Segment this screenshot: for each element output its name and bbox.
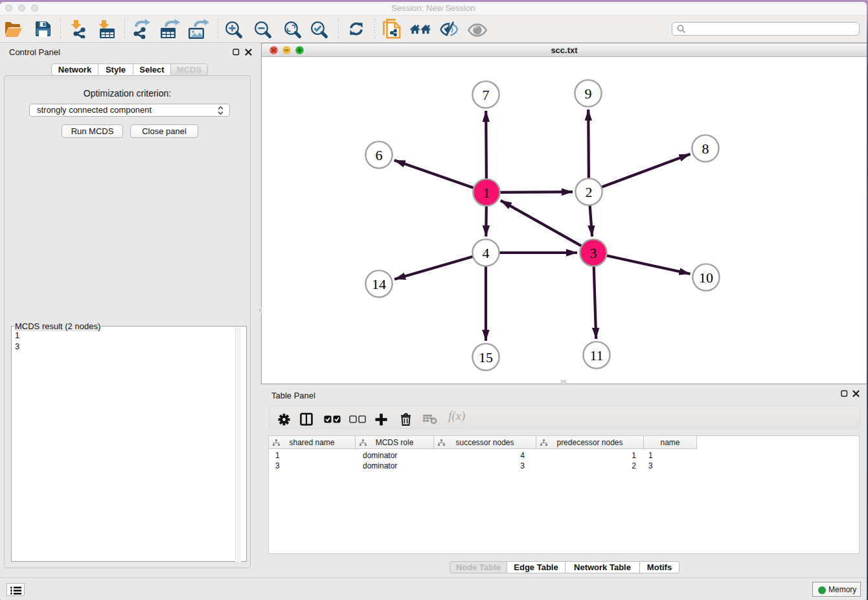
svg-text:11: 11 bbox=[589, 347, 603, 363]
svg-text:8: 8 bbox=[702, 141, 709, 157]
svg-text:14: 14 bbox=[372, 276, 386, 292]
svg-text:9: 9 bbox=[585, 86, 592, 102]
svg-text:4: 4 bbox=[483, 245, 490, 261]
svg-text:3: 3 bbox=[590, 245, 597, 261]
svg-text:15: 15 bbox=[479, 349, 493, 365]
svg-text:7: 7 bbox=[483, 87, 490, 103]
svg-text:6: 6 bbox=[376, 147, 383, 163]
svg-text:1: 1 bbox=[483, 185, 490, 201]
svg-text:2: 2 bbox=[586, 184, 593, 200]
svg-text:10: 10 bbox=[699, 270, 713, 286]
